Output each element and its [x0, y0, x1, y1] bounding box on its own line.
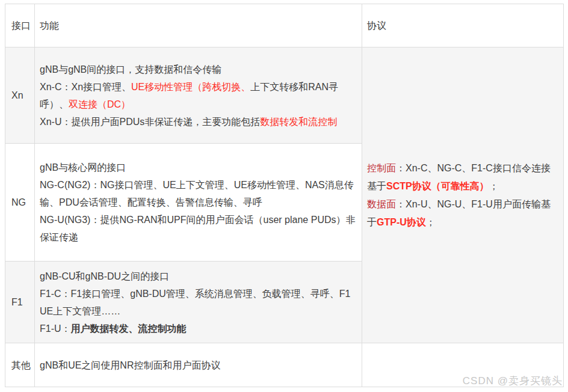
text-segment: gNB和UE之间使用NR控制面和用户面协议 [40, 360, 220, 370]
paragraph: F1-U：用户数据转发、流控制功能 [40, 320, 356, 337]
table-row-xn: Xn gNB与gNB间的接口，支持数据和信令传输Xn-C：Xn接口管理、UE移动… [5, 47, 564, 144]
text-segment: 数据面 [367, 199, 396, 209]
header-row: 接口 功能 协议 [5, 4, 564, 47]
text-segment: Xn-C：Xn接口管理、 [40, 82, 131, 92]
header-function: 功能 [35, 4, 362, 47]
paragraph: F1-C：F1接口管理、gNB-DU管理、系统消息管理、负载管理、寻呼、F1 U… [40, 285, 356, 320]
paragraph: gNB和UE之间使用NR控制面和用户面协议 [40, 357, 356, 374]
paragraph: gNB-CU和gNB-DU之间的接口 [40, 268, 356, 285]
text-segment: gNB与核心网的接口 [40, 162, 126, 173]
header-protocol: 协议 [362, 4, 564, 47]
interface-protocol-table: 接口 功能 协议 Xn gNB与gNB间的接口，支持数据和信令传输Xn-C：Xn… [5, 4, 564, 387]
csdn-watermark: CSDN @卖身买镜头 [463, 374, 563, 388]
text-segment: NG-U(NG3)：提供NG-RAN和UPF间的用户面会话（user plane… [40, 215, 356, 242]
interface-cell-ng: NG [5, 144, 35, 262]
interface-cell-f1: F1 [5, 262, 35, 343]
text-segment: F1-U： [40, 323, 71, 334]
paragraph: Xn-C：Xn接口管理、UE移动性管理（跨栈切换、上下文转移和RAN寻呼）、双连… [40, 78, 356, 113]
paragraph: 数据面：Xn-U、NG-U、F1-U用户面传输基于GTP-U协议； [367, 195, 558, 231]
function-cell-xn: gNB与gNB间的接口，支持数据和信令传输Xn-C：Xn接口管理、UE移动性管理… [35, 47, 362, 144]
interface-cell-xn: Xn [5, 47, 35, 144]
paragraph: gNB与gNB间的接口，支持数据和信令传输 [40, 61, 356, 78]
text-segment: 用户数据转发、流控制功能 [71, 323, 187, 334]
text-segment: 双连接（DC） [69, 99, 131, 109]
text-segment: UE移动性管理（跨栈切换、 [131, 82, 250, 92]
text-segment: 控制面 [367, 163, 396, 173]
function-cell-f1: gNB-CU和gNB-DU之间的接口F1-C：F1接口管理、gNB-DU管理、系… [35, 262, 362, 343]
paragraph: NG-C(NG2)：NG接口管理、UE上下文管理、UE移动性管理、NAS消息传输… [40, 176, 356, 211]
paragraph: gNB与核心网的接口 [40, 159, 356, 176]
protocol-cell: 控制面：Xn-C、NG-C、F1-C接口信令连接基于SCTP协议（可靠性高）；数… [362, 47, 564, 343]
text-segment: Xn-U：提供用户面PDUs非保证传递，主要功能包括 [40, 117, 260, 127]
text-segment: gNB-CU和gNB-DU之间的接口 [40, 271, 169, 281]
text-segment: NG-C(NG2)：NG接口管理、UE上下文管理、UE移动性管理、NAS消息传输… [40, 180, 354, 207]
text-segment: SCTP协议（可靠性高） [386, 181, 489, 191]
text-segment: ； [489, 181, 499, 191]
text-segment: GTP-U协议 [377, 217, 426, 227]
paragraph: 控制面：Xn-C、NG-C、F1-C接口信令连接基于SCTP协议（可靠性高）； [367, 159, 558, 195]
paragraph: Xn-U：提供用户面PDUs非保证传递，主要功能包括数据转发和流控制 [40, 113, 356, 130]
header-interface: 接口 [5, 4, 35, 47]
text-segment: F1-C：F1接口管理、gNB-DU管理、系统消息管理、负载管理、寻呼、F1 U… [40, 289, 350, 316]
paragraph: NG-U(NG3)：提供NG-RAN和UPF间的用户面会话（user plane… [40, 211, 356, 246]
interface-cell-other: 其他 [5, 343, 35, 387]
function-cell-other: gNB和UE之间使用NR控制面和用户面协议 [35, 343, 362, 387]
function-cell-ng: gNB与核心网的接口NG-C(NG2)：NG接口管理、UE上下文管理、UE移动性… [35, 144, 362, 262]
text-segment: 数据转发和流控制 [260, 117, 337, 127]
text-segment: gNB与gNB间的接口，支持数据和信令传输 [40, 64, 221, 75]
text-segment: ； [426, 217, 436, 227]
